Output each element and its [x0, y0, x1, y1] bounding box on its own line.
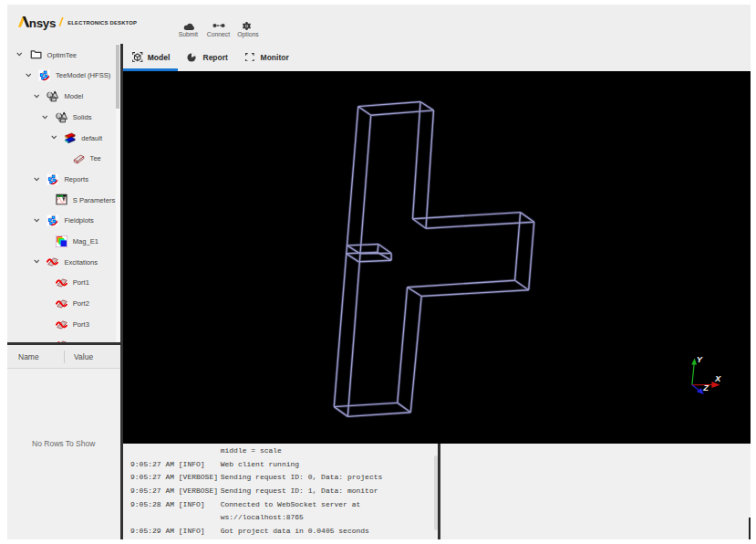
svg-text:X: X	[714, 373, 721, 383]
svg-text:Z: Z	[702, 382, 709, 392]
svg-text:ELECTRONICS DESKTOP: ELECTRONICS DESKTOP	[67, 20, 137, 26]
svg-text:Y: Y	[696, 354, 703, 364]
svg-text:nsys: nsys	[29, 16, 56, 30]
